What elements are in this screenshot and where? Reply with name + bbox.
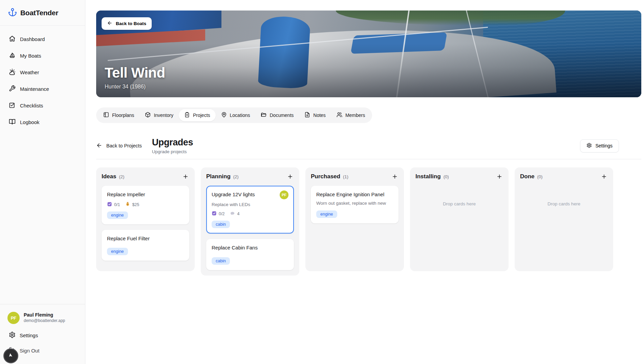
column-title: Planning (206, 173, 231, 180)
column-title: Installing (415, 173, 441, 180)
sidebar-item-label: Logbook (20, 119, 40, 125)
anchor-icon (8, 8, 17, 18)
add-card-button[interactable] (496, 173, 503, 180)
drop-placeholder[interactable]: Drop cards here (520, 201, 608, 206)
home-icon (9, 35, 16, 43)
checklist-badge: 0/1 (107, 202, 120, 208)
boat-tabbar: Floorplans Inventory Projects Locations … (96, 107, 372, 123)
user-email: demo@boattender.app (24, 318, 65, 324)
hero-shade-overlay (96, 11, 641, 97)
project-card[interactable]: Replace Cabin Fans cabin (206, 239, 294, 270)
project-card-selected[interactable]: Upgrade 12V lights PF Replace with LEDs … (206, 186, 294, 234)
tag-engine: engine (107, 211, 128, 219)
sidebar-item-maintenance[interactable]: Maintenance (5, 82, 80, 96)
svg-text:$: $ (127, 203, 128, 205)
gear-icon (586, 143, 592, 149)
settings-nav-label: Settings (20, 332, 38, 338)
sidebar-item-label: Weather (20, 69, 39, 75)
project-card[interactable]: Replace Fuel Filter engine (102, 230, 189, 261)
page-subtitle: Upgrade projects (152, 149, 193, 154)
kanban-board: Ideas (2) Replace Impeller 0/1 $ $25 (96, 167, 641, 276)
tab-label: Projects (193, 113, 210, 118)
tag-engine: engine (107, 248, 128, 255)
sidebar-item-weather[interactable]: Weather (5, 65, 80, 80)
tag-engine: engine (316, 210, 337, 218)
sun-cloud-icon (9, 68, 16, 76)
arrow-left-icon (96, 142, 102, 149)
column-count: (1) (343, 174, 348, 179)
column-planning: Planning (2) Upgrade 12V lights PF Repla… (201, 167, 299, 276)
tab-label: Floorplans (112, 113, 134, 118)
tab-label: Members (345, 113, 365, 118)
column-title: Done (520, 173, 535, 180)
column-ideas: Ideas (2) Replace Impeller 0/1 $ $25 (96, 167, 195, 271)
boat-hero-banner: Back to Boats Tell Wind Hunter 34 (1986) (96, 11, 641, 97)
tab-floorplans[interactable]: Floorplans (98, 109, 139, 121)
drop-placeholder[interactable]: Drop cards here (415, 201, 503, 206)
card-title: Replace Cabin Fans (212, 244, 258, 251)
column-purchased: Purchased (1) Replace Engine Ignition Pa… (305, 167, 404, 271)
back-to-boats-label: Back to Boats (116, 21, 146, 26)
tab-label: Documents (270, 113, 294, 118)
speech-bubble-icon (230, 211, 235, 217)
column-title: Ideas (102, 173, 116, 180)
app-title: BoatTender (20, 9, 58, 17)
avatar: PF (7, 312, 20, 324)
user-name: Paul Fleming (24, 312, 65, 318)
column-count: (2) (119, 174, 124, 179)
add-card-button[interactable] (182, 173, 189, 180)
add-card-button[interactable] (391, 173, 399, 180)
project-card[interactable]: Replace Engine Ignition Panel Worn out g… (311, 186, 399, 223)
tab-label: Inventory (154, 113, 173, 118)
user-profile[interactable]: PF Paul Fleming demo@boattender.app (7, 312, 78, 324)
users-icon (337, 112, 342, 119)
tab-label: Notes (313, 113, 326, 118)
tab-documents[interactable]: Documents (255, 109, 299, 121)
settings-nav-button[interactable]: Settings (7, 328, 78, 343)
tab-locations[interactable]: Locations (216, 109, 256, 121)
sidebar: BoatTender Dashboard My Boats Weather Ma… (0, 0, 85, 364)
clipboard-icon (184, 112, 190, 119)
back-to-projects-button[interactable]: Back to Projects (96, 142, 142, 149)
board-header: Back to Projects Upgrades Upgrade projec… (96, 137, 641, 154)
comments-badge: 4 (230, 211, 239, 217)
package-icon (145, 112, 151, 119)
back-to-projects-label: Back to Projects (106, 143, 142, 148)
add-card-button[interactable] (286, 173, 294, 180)
checkbox-icon (212, 211, 217, 217)
tag-cabin: cabin (212, 221, 230, 228)
card-title: Replace Impeller (107, 191, 145, 198)
tag-cabin: cabin (212, 257, 230, 265)
main-content: Back to Boats Tell Wind Hunter 34 (1986)… (85, 0, 644, 276)
tab-label: Locations (230, 113, 250, 118)
tab-projects[interactable]: Projects (179, 109, 216, 121)
sidebar-item-label: Maintenance (20, 86, 49, 92)
header-divider (96, 159, 641, 159)
wrench-icon (9, 85, 16, 93)
column-title: Purchased (311, 173, 340, 180)
money-bag-icon: $ (125, 202, 130, 207)
back-to-boats-button[interactable]: Back to Boats (102, 17, 152, 30)
sidebar-item-my-boats[interactable]: My Boats (5, 48, 80, 63)
boat-model-year: Hunter 34 (1986) (105, 84, 165, 90)
cursor-overlay (3, 348, 18, 363)
sidebar-item-label: Checklists (20, 103, 43, 108)
boat-name: Tell Wind (105, 65, 165, 81)
checklist-badge: 0/2 (212, 211, 224, 217)
book-icon (9, 118, 16, 126)
project-card[interactable]: Replace Impeller 0/1 $ $25 engine (102, 186, 189, 224)
card-description: Replace with LEDs (212, 202, 288, 207)
tab-notes[interactable]: Notes (299, 109, 331, 121)
assignee-avatar: PF (280, 190, 288, 199)
sidebar-item-logbook[interactable]: Logbook (5, 115, 80, 129)
map-pin-icon (221, 112, 227, 119)
board-settings-button[interactable]: Settings (580, 139, 619, 153)
card-title: Replace Fuel Filter (107, 235, 150, 242)
tab-inventory[interactable]: Inventory (139, 109, 179, 121)
sidebar-item-dashboard[interactable]: Dashboard (5, 32, 80, 46)
gear-icon (9, 331, 16, 339)
sidebar-item-checklists[interactable]: Checklists (5, 98, 80, 113)
check-square-icon (9, 102, 16, 109)
tab-members[interactable]: Members (331, 109, 370, 121)
add-card-button[interactable] (600, 173, 608, 180)
